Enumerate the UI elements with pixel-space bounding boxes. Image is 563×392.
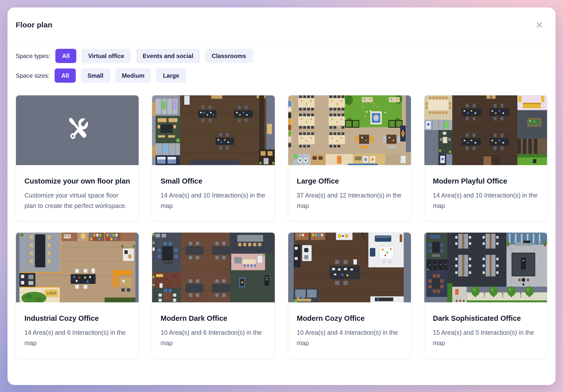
card-description: 15 Area(s) and 5 Interaction(s) in the m…	[433, 327, 539, 348]
small-office-map	[152, 95, 275, 165]
filter-row-space-sizes: Space sizes: All Small Medium Large	[16, 68, 547, 83]
card-modern-playful-office[interactable]: Modern Playful Office 14 Area(s) and 10 …	[424, 95, 547, 221]
screwdriver-wrench-icon	[16, 95, 139, 165]
close-icon	[535, 21, 544, 29]
thumbnail-dark-sophisticated-office	[424, 233, 547, 302]
filter-space-sizes-medium[interactable]: Medium	[115, 68, 151, 83]
card-body: Modern Dark Office 10 Area(s) and 6 Inte…	[152, 302, 275, 358]
card-modern-cozy-office[interactable]: Modern Cozy Office 10 Area(s) and 4 Inte…	[288, 232, 411, 358]
filter-space-types-all[interactable]: All	[55, 49, 77, 63]
card-small-office[interactable]: Small Office 14 Area(s) and 10 Interacti…	[152, 95, 275, 221]
filters-section: Space types: All Virtual office Events a…	[7, 43, 556, 83]
dark-sophisticated-office-map	[424, 233, 547, 302]
card-title: Dark Sophisticated Office	[433, 313, 539, 324]
card-description: 10 Area(s) and 4 Interaction(s) in the m…	[297, 327, 402, 348]
space-types-label: Space types:	[16, 53, 50, 60]
floor-plan-modal: Floor plan Space types: All Virtual offi…	[7, 7, 556, 385]
card-body: Large Office 37 Area(s) and 12 Interacti…	[288, 165, 411, 221]
card-title: Modern Cozy Office	[297, 313, 402, 324]
card-body: Small Office 14 Area(s) and 10 Interacti…	[152, 165, 275, 221]
card-body: Customize your own floor plan Customize …	[16, 165, 139, 221]
card-description: 37 Area(s) and 12 Interaction(s) in the …	[297, 190, 402, 211]
filter-space-sizes-small[interactable]: Small	[81, 68, 110, 83]
modern-dark-office-map	[152, 233, 275, 302]
filter-space-types-classrooms[interactable]: Classrooms	[205, 49, 253, 63]
card-description: 14 Area(s) and 10 Interaction(s) in the …	[433, 190, 539, 211]
industrial-cozy-office-map: LOGO	[16, 233, 139, 302]
card-dark-sophisticated-office[interactable]: Dark Sophisticated Office 15 Area(s) and…	[424, 232, 547, 358]
card-title: Customize your own floor plan	[24, 176, 130, 187]
card-description: Customize your virtual space floor plan …	[24, 190, 130, 211]
card-description: 14 Area(s) and 6 Interaction(s) in the m…	[24, 327, 130, 348]
modal-title: Floor plan	[16, 21, 52, 29]
card-title: Industrial Cozy Office	[24, 313, 130, 324]
thumbnail-small-office	[152, 95, 275, 165]
card-title: Large Office	[297, 176, 402, 187]
card-body: Modern Cozy Office 10 Area(s) and 4 Inte…	[288, 302, 411, 358]
card-title: Modern Playful Office	[433, 176, 539, 187]
card-customize-floor-plan[interactable]: Customize your own floor plan Customize …	[16, 95, 139, 221]
card-modern-dark-office[interactable]: Modern Dark Office 10 Area(s) and 6 Inte…	[152, 232, 275, 358]
thumbnail-modern-playful-office	[424, 95, 547, 165]
card-industrial-cozy-office[interactable]: LOGO Industrial Cozy Office 14 Area(s) a…	[16, 232, 139, 358]
floor-plan-grid: Customize your own floor plan Customize …	[7, 83, 556, 364]
thumbnail-industrial-cozy-office: LOGO	[16, 233, 139, 302]
card-body: Industrial Cozy Office 14 Area(s) and 6 …	[16, 302, 139, 358]
space-sizes-label: Space sizes:	[16, 72, 50, 79]
modal-header: Floor plan	[7, 7, 556, 43]
thumbnail-large-office	[288, 95, 411, 165]
filter-space-types-events-and-social[interactable]: Events and social	[136, 49, 200, 63]
card-body: Dark Sophisticated Office 15 Area(s) and…	[424, 302, 547, 358]
thumbnail-modern-dark-office	[152, 233, 275, 302]
filter-space-sizes-all[interactable]: All	[55, 68, 76, 83]
thumbnail-customize	[16, 95, 139, 165]
modern-playful-office-map	[424, 95, 547, 165]
filter-space-sizes-large[interactable]: Large	[156, 68, 186, 83]
modern-cozy-office-map	[288, 233, 411, 302]
card-body: Modern Playful Office 14 Area(s) and 10 …	[424, 165, 547, 221]
card-large-office[interactable]: Large Office 37 Area(s) and 12 Interacti…	[288, 95, 411, 221]
logo-sign-text: LOGO	[47, 291, 56, 295]
close-button[interactable]	[534, 19, 545, 31]
card-title: Modern Dark Office	[161, 313, 266, 324]
filter-row-space-types: Space types: All Virtual office Events a…	[16, 49, 547, 63]
card-title: Small Office	[161, 176, 266, 187]
large-office-map	[288, 95, 411, 165]
card-description: 14 Area(s) and 10 Interaction(s) in the …	[161, 190, 266, 211]
card-description: 10 Area(s) and 6 Interaction(s) in the m…	[161, 327, 266, 348]
thumbnail-modern-cozy-office	[288, 233, 411, 302]
filter-space-types-virtual-office[interactable]: Virtual office	[81, 49, 131, 63]
